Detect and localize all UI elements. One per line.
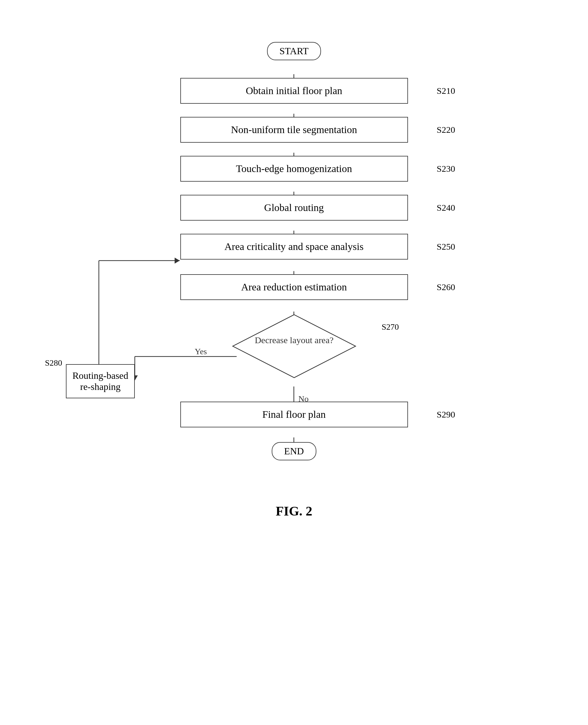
s260-box: Area reduction estimation S260 [180,274,408,300]
s250-box: Area criticality and space analysis S250 [180,234,408,260]
svg-text:Decrease layout area?: Decrease layout area? [255,335,333,345]
s260-label: S260 [437,282,455,292]
s290-text: Final floor plan [262,409,326,420]
s250-text: Area criticality and space analysis [224,241,363,252]
s270-diamond-wrap: Decrease layout area? S270 [231,313,357,379]
s220-text: Non-uniform tile segmentation [231,124,357,135]
s290-box: Final floor plan S290 [180,402,408,427]
s270-label: S270 [382,322,399,332]
s240-text: Global routing [264,202,324,213]
s230-label: S230 [437,164,455,174]
diagram-container: No Yes START Obtain initial floor plan S… [0,18,588,725]
end-label: END [272,442,317,460]
svg-marker-26 [233,315,356,378]
s280-text: Routing-based re-shaping [72,370,128,392]
s280-label: S280 [45,358,62,368]
s210-label: S210 [437,86,455,96]
s290-label: S290 [437,409,455,420]
s230-box: Touch-edge homogenization S230 [180,156,408,182]
s240-label: S240 [437,203,455,213]
s230-text: Touch-edge homogenization [236,163,352,174]
s240-box: Global routing S240 [180,195,408,221]
s220-label: S220 [437,125,455,135]
figure-caption: FIG. 2 [276,504,312,519]
start-node: START [267,42,321,60]
s210-text: Obtain initial floor plan [246,85,342,96]
s260-text: Area reduction estimation [241,281,347,293]
svg-marker-25 [175,258,180,264]
s250-label: S250 [437,242,455,252]
start-label: START [267,42,321,60]
svg-text:Yes: Yes [195,347,207,356]
s210-box: Obtain initial floor plan S210 [180,78,408,104]
s220-box: Non-uniform tile segmentation S220 [180,117,408,143]
end-node: END [272,442,317,460]
s280-box: Routing-based re-shaping S280 [66,364,135,398]
